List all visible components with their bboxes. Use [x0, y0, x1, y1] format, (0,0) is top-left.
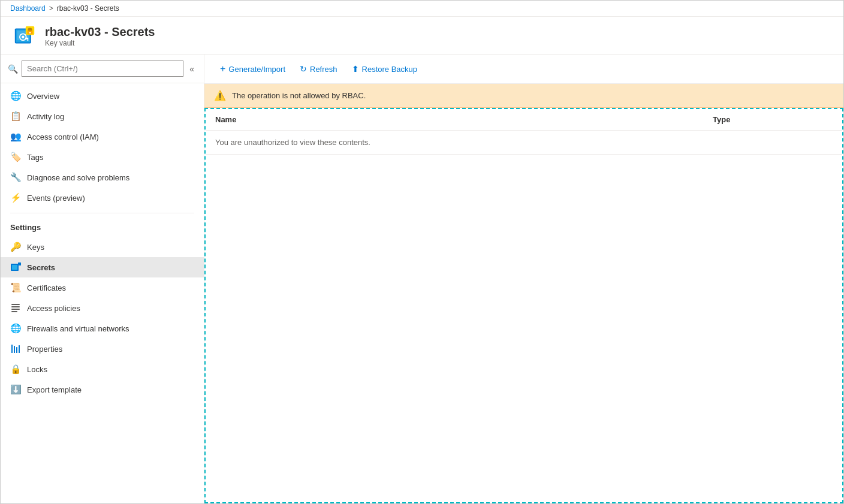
search-bar: 🔍 « [1, 55, 204, 83]
activity-log-icon: 📋 [10, 111, 21, 122]
settings-section-header: Settings [1, 216, 204, 234]
svg-rect-15 [11, 309, 20, 310]
content-inner: Name Type You are unauthorized to view t… [204, 108, 843, 503]
svg-rect-11 [12, 265, 17, 270]
empty-message-text: You are unauthorized to view these conte… [215, 138, 370, 147]
svg-rect-20 [19, 345, 20, 353]
sidebar-label-access-control: Access control (IAM) [27, 132, 99, 141]
sidebar-label-properties: Properties [27, 345, 62, 354]
content-area: + Generate/Import ↻ Refresh ⬆ Restore Ba… [204, 55, 843, 503]
sidebar-item-keys[interactable]: 🔑 Keys [1, 237, 204, 257]
breadcrumb-dashboard[interactable]: Dashboard [10, 4, 46, 13]
svg-rect-5 [25, 38, 28, 40]
sidebar-item-certificates[interactable]: 📜 Certificates [1, 277, 204, 298]
collapse-sidebar-button[interactable]: « [187, 63, 197, 75]
sidebar-label-export-template: Export template [27, 385, 82, 394]
plus-icon: + [220, 64, 225, 74]
sidebar-item-access-control[interactable]: 👥 Access control (IAM) [1, 126, 204, 147]
search-icon: 🔍 [8, 64, 18, 74]
sidebar-label-firewalls: Firewalls and virtual networks [27, 324, 129, 333]
events-icon: ⚡ [10, 192, 21, 203]
sidebar-label-secrets: Secrets [27, 263, 55, 272]
warning-message: The operation is not allowed by RBAC. [232, 91, 366, 100]
breadcrumb: Dashboard > rbac-kv03 - Secrets [1, 1, 843, 17]
sidebar-label-keys: Keys [27, 243, 44, 252]
col-type-header: Type [713, 115, 833, 124]
sidebar-item-access-policies[interactable]: Access policies [1, 298, 204, 318]
sidebar-divider [10, 213, 194, 213]
sidebar-label-tags: Tags [27, 153, 43, 162]
svg-rect-13 [11, 304, 20, 305]
svg-rect-18 [14, 346, 15, 353]
restore-backup-button[interactable]: ⬆ Restore Backup [346, 61, 424, 77]
sidebar-item-secrets[interactable]: Secrets [1, 257, 204, 277]
svg-rect-12 [18, 262, 21, 265]
sidebar-item-tags[interactable]: 🏷️ Tags [1, 147, 204, 167]
sidebar-item-diagnose[interactable]: 🔧 Diagnose and solve problems [1, 167, 204, 188]
sidebar-item-properties[interactable]: Properties [1, 339, 204, 359]
nav-settings: 🔑 Keys Secrets 📜 Certificates [1, 234, 204, 402]
tags-icon: 🏷️ [10, 152, 21, 162]
sidebar-label-diagnose: Diagnose and solve problems [27, 173, 129, 182]
overview-icon: 🌐 [10, 90, 21, 101]
header-text: rbac-kv03 - Secrets Key vault [45, 25, 155, 47]
keyvault-icon [13, 24, 37, 48]
keys-icon: 🔑 [10, 242, 21, 252]
svg-rect-16 [11, 311, 17, 312]
page-header: rbac-kv03 - Secrets Key vault [1, 17, 843, 55]
table-header: Name Type [206, 109, 842, 131]
sidebar-label-certificates: Certificates [27, 283, 66, 292]
svg-rect-14 [11, 306, 20, 307]
warning-banner: ⚠️ The operation is not allowed by RBAC. [204, 84, 843, 108]
search-input[interactable] [22, 61, 183, 77]
sidebar-label-activity-log: Activity log [27, 112, 64, 121]
nav-general: 🌐 Overview 📋 Activity log 👥 Access contr… [1, 83, 204, 210]
sidebar-label-locks: Locks [27, 365, 47, 374]
page-title: rbac-kv03 - Secrets [45, 25, 155, 39]
svg-rect-19 [16, 347, 17, 353]
sidebar-item-locks[interactable]: 🔒 Locks [1, 359, 204, 379]
access-control-icon: 👥 [10, 131, 21, 142]
svg-point-9 [29, 32, 31, 34]
warning-icon: ⚠️ [214, 90, 226, 101]
refresh-icon: ↻ [300, 64, 307, 74]
sidebar: 🔍 « 🌐 Overview 📋 Activity log 👥 Access c… [1, 55, 204, 503]
sidebar-item-export-template[interactable]: ⬇️ Export template [1, 379, 204, 400]
table-empty-message: You are unauthorized to view these conte… [206, 131, 842, 155]
sidebar-item-activity-log[interactable]: 📋 Activity log [1, 106, 204, 126]
secrets-icon [10, 262, 21, 273]
export-template-icon: ⬇️ [10, 384, 21, 395]
page-subtitle: Key vault [45, 39, 155, 47]
locks-icon: 🔒 [10, 364, 21, 375]
sidebar-item-firewalls[interactable]: 🌐 Firewalls and virtual networks [1, 318, 204, 339]
firewalls-icon: 🌐 [10, 323, 21, 334]
sidebar-item-events[interactable]: ⚡ Events (preview) [1, 188, 204, 208]
breadcrumb-current: rbac-kv03 - Secrets [57, 4, 119, 13]
sidebar-label-access-policies: Access policies [27, 304, 80, 313]
svg-rect-17 [11, 345, 13, 353]
restore-icon: ⬆ [352, 64, 359, 74]
col-name-header: Name [215, 115, 713, 124]
sidebar-label-events: Events (preview) [27, 194, 85, 203]
properties-icon [10, 343, 21, 354]
sidebar-item-overview[interactable]: 🌐 Overview [1, 86, 204, 106]
access-policies-icon [10, 303, 21, 313]
certificates-icon: 📜 [10, 282, 21, 293]
sidebar-label-overview: Overview [27, 92, 59, 101]
refresh-button[interactable]: ↻ Refresh [294, 61, 343, 77]
generate-import-button[interactable]: + Generate/Import [214, 61, 291, 77]
svg-point-4 [22, 36, 25, 39]
toolbar: + Generate/Import ↻ Refresh ⬆ Restore Ba… [204, 55, 843, 84]
breadcrumb-separator: > [49, 4, 53, 13]
diagnose-icon: 🔧 [10, 172, 21, 183]
svg-rect-6 [28, 39, 29, 41]
